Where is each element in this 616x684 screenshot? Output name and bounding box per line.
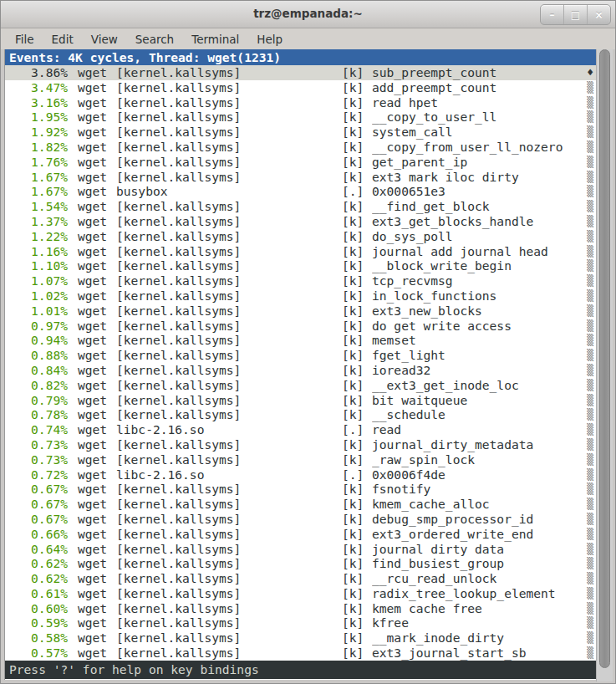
- shared-object-cell: [kernel.kallsyms]: [116, 155, 342, 170]
- menu-search[interactable]: Search: [133, 31, 176, 48]
- privilege-cell: [.]: [342, 467, 372, 482]
- scrollbar[interactable]: [596, 49, 613, 681]
- symbol-cell: find_busiest_group: [372, 556, 583, 571]
- profile-row[interactable]: 0.78% wget [kernel.kallsyms] [k] __sched…: [5, 407, 596, 422]
- command-cell: wget: [78, 482, 111, 497]
- close-button[interactable]: ×: [587, 5, 610, 24]
- profile-row[interactable]: 1.01% wget [kernel.kallsyms] [k] ext3_ne…: [5, 304, 596, 319]
- scroll-marker-icon: ▒: [583, 422, 593, 437]
- profile-row[interactable]: 1.10% wget [kernel.kallsyms] [k] __block…: [5, 258, 596, 273]
- profile-row[interactable]: 0.66% wget [kernel.kallsyms] [k] ext3_or…: [5, 527, 596, 542]
- menu-file[interactable]: File: [13, 31, 37, 48]
- profile-row[interactable]: 0.73% wget [kernel.kallsyms] [k] journal…: [5, 437, 596, 452]
- symbol-cell: __ext3_get_inode_loc: [372, 378, 583, 393]
- shared-object-cell: [kernel.kallsyms]: [116, 244, 342, 259]
- profile-row[interactable]: 0.79% wget [kernel.kallsyms] [k] bit_wai…: [5, 393, 596, 408]
- profile-row[interactable]: 1.07% wget [kernel.kallsyms] [k] tcp_rec…: [5, 273, 596, 288]
- symbol-cell: fget_light: [372, 348, 583, 363]
- scroll-marker-icon: ▒: [583, 258, 593, 273]
- percent-cell: 0.97%: [9, 319, 68, 334]
- profile-row[interactable]: 0.88% wget [kernel.kallsyms] [k] fget_li…: [5, 348, 596, 363]
- profile-row[interactable]: 1.16% wget [kernel.kallsyms] [k] journal…: [5, 244, 596, 259]
- percent-cell: 0.94%: [9, 333, 68, 348]
- profile-row[interactable]: 0.74% wget libc-2.16.so [.] read ▒: [5, 422, 596, 437]
- shared-object-cell: [kernel.kallsyms]: [116, 630, 342, 646]
- symbol-cell: memset: [372, 333, 583, 348]
- command-cell: wget: [78, 170, 111, 185]
- percent-cell: 0.62%: [9, 571, 68, 586]
- profile-row[interactable]: 0.58% wget [kernel.kallsyms] [k] __mark_…: [5, 630, 596, 646]
- scroll-marker-icon: ▒: [583, 393, 593, 408]
- profile-row[interactable]: 3.86% wget [kernel.kallsyms] [k] sub_pre…: [5, 65, 596, 80]
- profile-row[interactable]: 0.60% wget [kernel.kallsyms] [k] kmem_ca…: [5, 601, 596, 616]
- command-cell: wget: [78, 586, 111, 601]
- profile-row[interactable]: 1.02% wget [kernel.kallsyms] [k] in_lock…: [5, 288, 596, 304]
- shared-object-cell: [kernel.kallsyms]: [116, 288, 342, 304]
- command-cell: wget: [78, 184, 111, 199]
- profile-row[interactable]: 1.92% wget [kernel.kallsyms] [k] system_…: [5, 125, 596, 140]
- profile-row[interactable]: 1.82% wget [kernel.kallsyms] [k] __copy_…: [5, 140, 596, 155]
- profile-row[interactable]: 0.61% wget [kernel.kallsyms] [k] radix_t…: [5, 586, 596, 601]
- scroll-marker-icon: ▒: [583, 542, 593, 557]
- profile-row[interactable]: 1.54% wget [kernel.kallsyms] [k] __find_…: [5, 199, 596, 214]
- profile-row[interactable]: 0.67% wget [kernel.kallsyms] [k] debug_s…: [5, 512, 596, 527]
- percent-cell: 0.72%: [9, 467, 68, 482]
- maximize-button[interactable]: □: [563, 5, 587, 24]
- window-controls: – □ ×: [540, 4, 611, 25]
- privilege-cell: [k]: [342, 393, 372, 408]
- scroll-marker-icon: ▒: [583, 348, 593, 363]
- profile-row[interactable]: 1.67% wget [kernel.kallsyms] [k] ext3_ma…: [5, 170, 596, 185]
- profile-row[interactable]: 0.64% wget [kernel.kallsyms] [k] journal…: [5, 542, 596, 557]
- percent-cell: 0.78%: [9, 407, 68, 422]
- symbol-cell: kmem_cache_free: [372, 601, 583, 616]
- shared-object-cell: [kernel.kallsyms]: [116, 214, 342, 229]
- profile-row[interactable]: 0.59% wget [kernel.kallsyms] [k] kfree ▒: [5, 615, 596, 630]
- symbol-cell: __block_write_begin: [372, 258, 583, 273]
- percent-cell: 0.64%: [9, 542, 68, 557]
- scrollbar-thumb[interactable]: [599, 49, 610, 668]
- profile-row[interactable]: 0.62% wget [kernel.kallsyms] [k] find_bu…: [5, 556, 596, 571]
- profile-row[interactable]: 0.84% wget [kernel.kallsyms] [k] ioread3…: [5, 363, 596, 378]
- percent-cell: 1.07%: [9, 273, 68, 288]
- menu-view[interactable]: View: [89, 31, 120, 48]
- profile-row[interactable]: 0.57% wget [kernel.kallsyms] [k] ext3_jo…: [5, 646, 596, 661]
- privilege-cell: [k]: [342, 571, 372, 586]
- scroll-marker-icon: ▒: [583, 333, 593, 348]
- profile-row[interactable]: 0.97% wget [kernel.kallsyms] [k] do_get_…: [5, 319, 596, 334]
- command-cell: wget: [78, 378, 111, 393]
- privilege-cell: [k]: [342, 512, 372, 527]
- title-bar[interactable]: trz@empanada:~ – □ ×: [1, 1, 615, 28]
- terminal-content[interactable]: Events: 4K cycles, Thread: wget(1231) 3.…: [4, 49, 596, 680]
- profile-row[interactable]: 0.72% wget libc-2.16.so [.] 0x0006f4de ▒: [5, 467, 596, 482]
- profile-row[interactable]: 1.22% wget [kernel.kallsyms] [k] do_sys_…: [5, 229, 596, 244]
- profile-row[interactable]: 0.94% wget [kernel.kallsyms] [k] memset …: [5, 333, 596, 348]
- percent-cell: 1.01%: [9, 304, 68, 319]
- profile-row[interactable]: 0.67% wget [kernel.kallsyms] [k] kmem_ca…: [5, 497, 596, 512]
- profile-row[interactable]: 1.67% wget busybox [.] 0x000651e3 ▒: [5, 184, 596, 199]
- profile-row[interactable]: 0.67% wget [kernel.kallsyms] [k] fsnotif…: [5, 482, 596, 497]
- profile-row[interactable]: 1.95% wget [kernel.kallsyms] [k] __copy_…: [5, 110, 596, 125]
- menu-edit[interactable]: Edit: [49, 31, 76, 48]
- percent-cell: 0.73%: [9, 437, 68, 452]
- profile-row[interactable]: 3.47% wget [kernel.kallsyms] [k] add_pre…: [5, 80, 596, 95]
- profile-row[interactable]: 3.16% wget [kernel.kallsyms] [k] read_hp…: [5, 95, 596, 110]
- command-cell: wget: [78, 646, 111, 661]
- menu-help[interactable]: Help: [254, 31, 285, 48]
- profile-row[interactable]: 0.62% wget [kernel.kallsyms] [k] __rcu_r…: [5, 571, 596, 586]
- profile-row[interactable]: 1.37% wget [kernel.kallsyms] [k] ext3_ge…: [5, 214, 596, 229]
- privilege-cell: [k]: [342, 348, 372, 363]
- profile-row[interactable]: 0.82% wget [kernel.kallsyms] [k] __ext3_…: [5, 378, 596, 393]
- menu-terminal[interactable]: Terminal: [189, 31, 242, 48]
- privilege-cell: [k]: [342, 288, 372, 304]
- command-cell: wget: [78, 407, 111, 422]
- scroll-marker-icon: ▒: [583, 571, 593, 586]
- minimize-button[interactable]: –: [541, 5, 563, 24]
- shared-object-cell: [kernel.kallsyms]: [116, 363, 342, 378]
- profile-row[interactable]: 1.76% wget [kernel.kallsyms] [k] get_par…: [5, 155, 596, 170]
- percent-cell: 3.47%: [9, 80, 68, 95]
- shared-object-cell: [kernel.kallsyms]: [116, 527, 342, 542]
- symbol-cell: journal_dirty_data: [372, 542, 583, 557]
- shared-object-cell: [kernel.kallsyms]: [116, 319, 342, 334]
- command-cell: wget: [78, 630, 111, 646]
- profile-row[interactable]: 0.73% wget [kernel.kallsyms] [k] _raw_sp…: [5, 452, 596, 467]
